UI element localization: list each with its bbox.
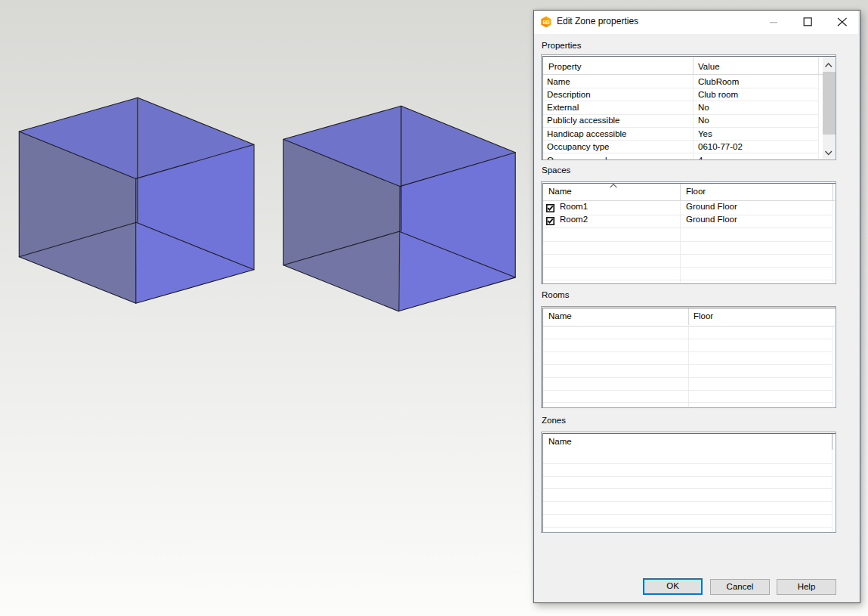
svg-text:BD: BD [542,19,550,24]
